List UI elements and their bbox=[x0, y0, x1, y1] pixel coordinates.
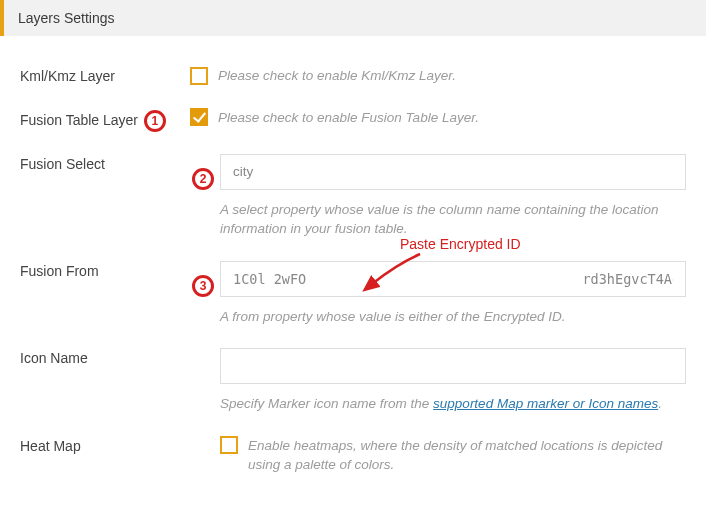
input-fusion-select[interactable] bbox=[220, 154, 686, 190]
row-fusion-from: Fusion From 3 A from property whose valu… bbox=[20, 261, 686, 327]
helper-icon-name-post: . bbox=[658, 396, 662, 411]
annotation-badge-1: 1 bbox=[144, 110, 166, 132]
row-kml-layer: Kml/Kmz Layer Please check to enable Kml… bbox=[20, 66, 686, 86]
label-fusion-from: Fusion From 3 bbox=[20, 261, 190, 279]
checkbox-kml-layer[interactable] bbox=[190, 67, 208, 85]
row-fusion-select: Fusion Select 2 A select property whose … bbox=[20, 154, 686, 239]
helper-icon-name: Specify Marker icon name from the suppor… bbox=[220, 394, 686, 414]
helper-heat-map: Enable heatmaps, where the density of ma… bbox=[248, 436, 686, 475]
label-fusion-layer-text: Fusion Table Layer bbox=[20, 111, 138, 127]
input-fusion-from[interactable] bbox=[220, 261, 686, 297]
helper-kml-layer: Please check to enable Kml/Kmz Layer. bbox=[218, 66, 456, 86]
layers-settings-panel: Layers Settings Kml/Kmz Layer Please che… bbox=[0, 0, 706, 479]
label-fusion-from-text: Fusion From bbox=[20, 263, 99, 279]
annotation-badge-3: 3 bbox=[192, 275, 214, 297]
link-supported-icons[interactable]: supported Map marker or Icon names bbox=[433, 396, 658, 411]
helper-fusion-select: A select property whose value is the col… bbox=[220, 200, 686, 239]
input-icon-name[interactable] bbox=[220, 348, 686, 384]
checkbox-fusion-layer[interactable] bbox=[190, 108, 208, 126]
helper-fusion-from: A from property whose value is either of… bbox=[220, 307, 686, 327]
label-fusion-select: Fusion Select 2 bbox=[20, 154, 190, 172]
annotation-badge-2: 2 bbox=[192, 168, 214, 190]
helper-fusion-layer: Please check to enable Fusion Table Laye… bbox=[218, 108, 479, 128]
row-fusion-layer: Fusion Table Layer 1 Please check to ena… bbox=[20, 108, 686, 132]
label-fusion-layer: Fusion Table Layer 1 bbox=[20, 108, 190, 132]
label-fusion-select-text: Fusion Select bbox=[20, 156, 105, 172]
panel-title: Layers Settings bbox=[0, 0, 706, 36]
row-icon-name: Icon Name Specify Marker icon name from … bbox=[20, 348, 686, 414]
label-icon-name: Icon Name bbox=[20, 348, 190, 366]
annotation-paste-encrypted-id: Paste Encrypted ID bbox=[400, 236, 521, 252]
helper-icon-name-pre: Specify Marker icon name from the bbox=[220, 396, 433, 411]
row-heat-map: Heat Map Enable heatmaps, where the dens… bbox=[20, 436, 686, 475]
label-heat-map: Heat Map bbox=[20, 436, 190, 454]
checkbox-heat-map[interactable] bbox=[220, 436, 238, 454]
label-kml-layer: Kml/Kmz Layer bbox=[20, 66, 190, 84]
